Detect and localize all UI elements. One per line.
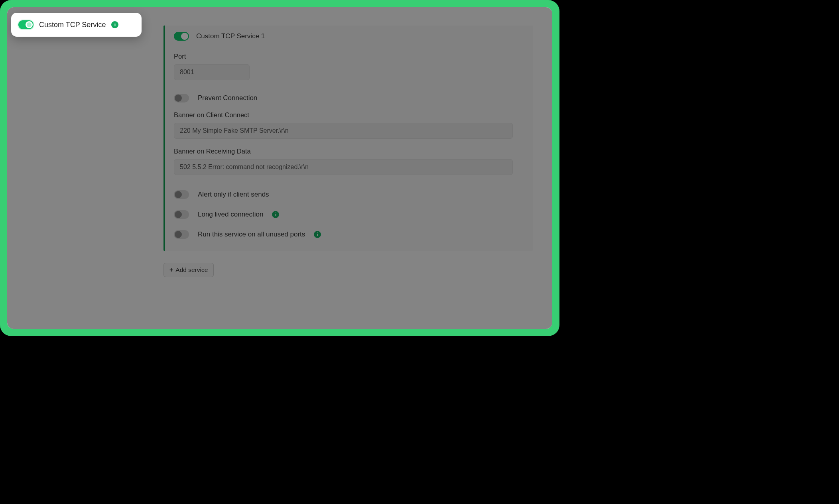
custom-tcp-toggle[interactable]: [18, 20, 33, 29]
alert-only-row: Alert only if client sends: [174, 190, 524, 199]
info-icon[interactable]: [111, 21, 118, 28]
port-label: Port: [174, 53, 524, 60]
run-all-unused-row: Run this service on all unused ports: [174, 230, 524, 239]
port-input[interactable]: 8001: [174, 64, 250, 80]
prevent-connection-label: Prevent Connection: [198, 94, 257, 102]
run-all-unused-toggle[interactable]: [174, 230, 189, 239]
service-block: Custom TCP Service 1 Port 8001 Prevent C…: [163, 26, 533, 251]
info-icon[interactable]: [272, 211, 279, 218]
long-lived-toggle[interactable]: [174, 210, 189, 219]
banner-receive-label: Banner on Receiving Data: [174, 148, 524, 155]
banner-receive-value: 502 5.5.2 Error: command not recognized.…: [180, 163, 309, 171]
long-lived-row: Long lived connection: [174, 210, 524, 219]
add-service-label: Add service: [175, 266, 208, 274]
run-all-unused-label: Run this service on all unused ports: [198, 230, 305, 238]
port-value: 8001: [180, 69, 194, 76]
alert-only-label: Alert only if client sends: [198, 191, 269, 199]
main-content: Custom TCP Service 1 Port 8001 Prevent C…: [163, 26, 533, 321]
service-header-row: Custom TCP Service 1: [174, 32, 524, 41]
service-header-label: Custom TCP Service 1: [196, 32, 265, 40]
banner-connect-input[interactable]: 220 My Simple Fake SMTP Server.\r\n: [174, 123, 513, 139]
add-service-button[interactable]: + Add service: [163, 263, 214, 277]
prevent-connection-toggle[interactable]: [174, 94, 189, 102]
banner-receive-input[interactable]: 502 5.5.2 Error: command not recognized.…: [174, 159, 513, 175]
banner-connect-value: 220 My Simple Fake SMTP Server.\r\n: [180, 127, 289, 134]
banner-connect-label: Banner on Client Connect: [174, 111, 524, 119]
custom-tcp-label: Custom TCP Service: [39, 21, 106, 29]
info-icon[interactable]: [314, 231, 321, 238]
long-lived-label: Long lived connection: [198, 211, 263, 219]
plus-icon: +: [169, 267, 173, 273]
alert-only-toggle[interactable]: [174, 190, 189, 199]
highlight-card: Custom TCP Service: [11, 13, 142, 37]
service-enable-toggle[interactable]: [174, 32, 189, 41]
prevent-connection-row: Prevent Connection: [174, 94, 524, 102]
